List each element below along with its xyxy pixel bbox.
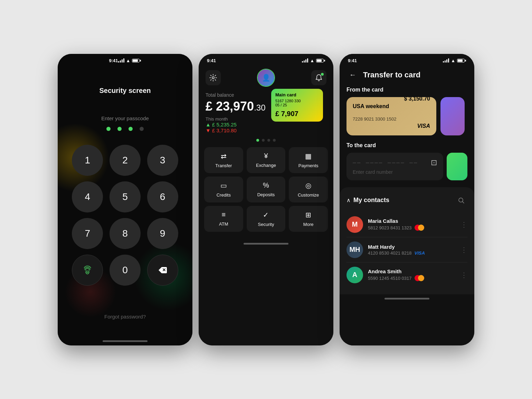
key-delete[interactable] (147, 255, 178, 286)
payments-icon: ▦ (305, 152, 312, 160)
status-icons-3: ▲ (443, 58, 466, 63)
action-atm[interactable]: ≡ ATM (204, 206, 243, 232)
forgot-password[interactable]: Forgot password? (104, 314, 146, 320)
contact-more-andrea[interactable]: ⋮ (460, 271, 467, 279)
credits-icon: ▭ (220, 181, 227, 190)
svg-point-0 (212, 77, 214, 79)
dot-4a (273, 139, 276, 142)
action-payments[interactable]: ▦ Payments (289, 147, 328, 173)
home-indicator-2 (244, 243, 288, 245)
home-indicator-1 (103, 340, 148, 342)
key-7[interactable]: 7 (72, 218, 103, 249)
balance-section: Total balance £ 23,970.30 This month ▲ £… (199, 92, 333, 133)
contact-card-row-matt: 4120 8530 4021 8218 VISA (368, 250, 456, 256)
from-card-scroll[interactable]: USA weekend $ 3,150.70 7228 9021 3300 15… (340, 97, 474, 135)
key-3[interactable]: 3 (147, 145, 178, 176)
contact-maria[interactable]: M Maria Callas 5812 9023 8431 1323 ⋮ (346, 212, 467, 237)
contact-more-matt[interactable]: ⋮ (460, 246, 467, 254)
action-security[interactable]: ✓ Security (247, 206, 286, 232)
key-8[interactable]: 8 (110, 218, 141, 249)
contact-more-maria[interactable]: ⋮ (460, 220, 467, 229)
dot-2a (262, 139, 265, 142)
transfer-label: Transfer (215, 163, 232, 168)
key-5[interactable]: 5 (110, 181, 141, 212)
key-9[interactable]: 9 (147, 218, 178, 249)
atm-label: ATM (219, 221, 228, 227)
contact-info-andrea: Andrea Smith 5590 1245 4510 0317 (368, 268, 456, 281)
key-0[interactable]: 0 (110, 255, 141, 286)
action-deposits[interactable]: % Deposits (247, 177, 286, 202)
status-bar-1: 9:41 ▲ (101, 54, 150, 66)
card-number-dashes: —— ———— ———— —— (353, 159, 418, 166)
this-month-label: This month (206, 116, 266, 122)
avatar-andrea: A (346, 267, 363, 283)
signal-icon (118, 58, 124, 63)
user-avatar[interactable]: 👤 (257, 69, 275, 87)
quick-actions: ⇄ Transfer ¥ Exchange ▦ Payments ▭ Credi… (199, 147, 333, 232)
main-card-preview: Main card 5167 1280 330 05 / 25 £ 7,907 (271, 89, 323, 122)
phone-dashboard: 9:41 ▲ (199, 54, 333, 345)
card-placeholder: Enter card number (353, 169, 393, 175)
contact-matt[interactable]: MH Matt Hardy 4120 8530 4021 8218 VISA ⋮ (346, 237, 467, 263)
time-2: 9:41 (207, 58, 216, 63)
transfer-icon: ⇄ (221, 152, 227, 160)
status-bar-3: 9:41 ▲ (340, 54, 474, 66)
to-card-section: —— ———— ———— —— ⊡ Enter card number (340, 153, 474, 180)
customize-label: Customize (298, 192, 319, 198)
action-credits[interactable]: ▭ Credits (204, 177, 243, 202)
contacts-title: My contacts (353, 197, 389, 204)
contact-name-matt: Matt Hardy (368, 244, 456, 250)
notifications-button[interactable] (311, 70, 326, 85)
dot-1 (106, 127, 111, 131)
key-fingerprint[interactable] (72, 255, 103, 286)
key-1[interactable]: 1 (72, 145, 103, 176)
time-1: 9:41 (109, 58, 118, 63)
visa-icon-matt: VISA (415, 250, 425, 256)
contact-card-num-andrea: 5590 1245 4510 0317 (368, 276, 412, 281)
action-exchange[interactable]: ¥ Exchange (247, 147, 286, 173)
contact-card-num-matt: 4120 8530 4021 8218 (368, 250, 412, 256)
contact-andrea[interactable]: A Andrea Smith 5590 1245 4510 0317 ⋮ (346, 263, 467, 287)
to-label: To the card (340, 142, 474, 149)
income-amount: ▲ £ 5,235.25 (206, 122, 266, 127)
action-customize[interactable]: ◎ Customize (289, 177, 328, 202)
customize-icon: ◎ (305, 181, 311, 190)
scan-icon[interactable]: ⊡ (431, 158, 437, 167)
phone-transfer: 9:41 ▲ ← (340, 54, 474, 345)
search-button[interactable] (455, 194, 467, 207)
transfer-header: ← Transfer to card (340, 66, 474, 87)
expense-amount: ▼ £ 3,710.80 (206, 127, 266, 133)
balance-amount: £ 23,970.30 (206, 99, 266, 114)
mastercard-icon-andrea (415, 275, 424, 281)
action-more[interactable]: ⊞ More (289, 206, 328, 232)
status-icons-2: ▲ (302, 58, 325, 63)
dashboard-header: 👤 (199, 66, 333, 92)
back-button[interactable]: ← (346, 69, 359, 81)
contacts-section: ∧ My contacts M (340, 187, 474, 294)
from-card-amount: $ 3,150.70 (404, 97, 430, 110)
chevron-up-icon[interactable]: ∧ (346, 197, 351, 203)
contact-card-row-maria: 5812 9023 8431 1323 (368, 225, 456, 231)
action-transfer[interactable]: ⇄ Transfer (204, 147, 243, 173)
contacts-header: ∧ My contacts (346, 194, 467, 207)
key-2[interactable]: 2 (110, 145, 141, 176)
security-icon: ✓ (263, 211, 269, 219)
key-6[interactable]: 6 (147, 181, 178, 212)
wifi-icon-2: ▲ (310, 58, 314, 63)
contact-name-maria: Maria Callas (368, 218, 456, 224)
green-card-chip (447, 153, 467, 180)
purple-card[interactable] (440, 97, 465, 135)
contact-card-row-andrea: 5590 1245 4510 0317 (368, 275, 456, 281)
contact-info-matt: Matt Hardy 4120 8530 4021 8218 VISA (368, 244, 456, 256)
battery-icon-2 (316, 59, 325, 63)
contact-info-maria: Maria Callas 5812 9023 8431 1323 (368, 218, 456, 231)
contact-card-num-maria: 5812 9023 8431 1323 (368, 225, 412, 230)
settings-button[interactable] (206, 70, 221, 85)
battery-icon-3 (457, 59, 466, 63)
card-input-box[interactable]: —— ———— ———— —— ⊡ Enter card number (346, 153, 443, 180)
usa-weekend-card[interactable]: USA weekend $ 3,150.70 7228 9021 3300 15… (346, 97, 436, 135)
more-icon: ⊞ (305, 211, 311, 219)
key-4[interactable]: 4 (72, 181, 103, 212)
deposits-icon: % (263, 181, 269, 189)
phone-security: 9:41 ▲ (58, 54, 192, 345)
